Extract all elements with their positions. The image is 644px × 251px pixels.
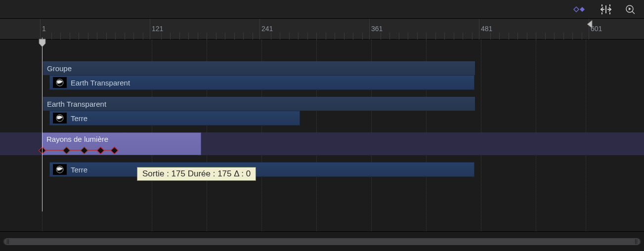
timeline-clip[interactable]: Terre [49, 162, 474, 177]
trim-tooltip: Sortie : 175 Durée : 175 Δ : 0 [137, 167, 256, 181]
preview-play-icon[interactable] [625, 4, 635, 14]
zoom-scrollbar-area [0, 231, 644, 251]
tracks-container: GroupeEarth TransparentEarth Transparent… [0, 40, 644, 184]
tooltip-text: Sortie : 175 Durée : 175 Δ : 0 [142, 169, 251, 178]
playhead-head-icon[interactable] [39, 39, 46, 47]
svg-rect-4 [609, 12, 610, 14]
clip-label: Earth Transparent [71, 79, 130, 87]
snapping-icon[interactable] [600, 4, 612, 14]
playhead[interactable] [42, 38, 43, 211]
filter-label: Rayons de lumière [46, 135, 108, 143]
ruler-tick: 481 [481, 25, 492, 33]
timeline-clip[interactable]: Earth Transparent [49, 75, 474, 90]
svg-rect-3 [601, 12, 602, 14]
svg-rect-0 [605, 5, 606, 13]
ruler-tick: 361 [371, 25, 383, 33]
time-ruler[interactable]: 1121241361481601 [0, 19, 644, 40]
timeline-clip[interactable]: Terre [49, 111, 300, 126]
keyframe-line [42, 150, 116, 151]
filter-track[interactable]: Rayons de lumière [0, 132, 644, 155]
zoom-scrollbar[interactable] [3, 238, 641, 245]
ruler-tick: 1 [42, 25, 46, 33]
group-header[interactable]: Earth Transparent [43, 97, 475, 111]
clip-label: Terre [71, 114, 87, 123]
zoom-grip-left[interactable] [6, 239, 10, 244]
zoom-grip-right[interactable] [634, 239, 638, 244]
track-group: Earth TransparentTerre [0, 97, 644, 126]
group-header[interactable]: Groupe [43, 61, 475, 75]
zoom-handle[interactable] [4, 238, 640, 245]
ruler-tick: 241 [261, 25, 273, 33]
ruler-tick: 121 [152, 25, 163, 33]
track-group: GroupeEarth Transparent [0, 61, 644, 90]
timeline-area[interactable]: 1121241361481601 GroupeEarth Transparent… [0, 19, 644, 231]
svg-rect-2 [609, 4, 610, 6]
timeline-toolbar [0, 0, 644, 19]
clip-thumbnail [53, 77, 67, 88]
out-marker-icon[interactable] [587, 20, 593, 29]
keyframe-toggle-icon[interactable] [572, 5, 587, 14]
svg-rect-1 [601, 4, 602, 6]
clip-thumbnail [53, 113, 67, 124]
clip-thumbnail [53, 164, 67, 175]
clip-label: Terre [71, 166, 87, 174]
